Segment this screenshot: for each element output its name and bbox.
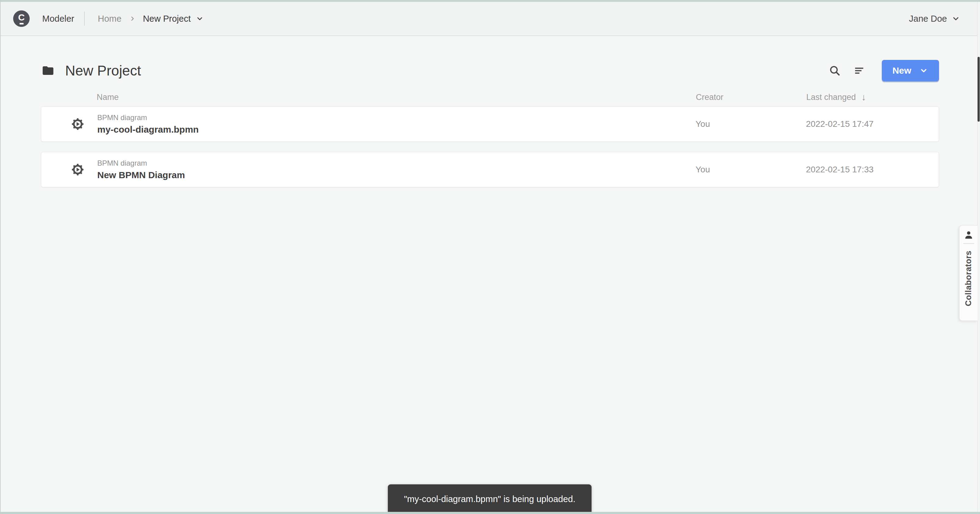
creator-cell: You <box>695 119 806 129</box>
logo-letter: C <box>18 13 25 22</box>
logo-underscore-bar <box>19 23 24 24</box>
window-left-edge <box>0 0 1 514</box>
file-name-cell: BPMN diagram my-cool-diagram.bpmn <box>97 114 695 134</box>
file-type-label: BPMN diagram <box>97 114 695 121</box>
bpmn-diagram-icon <box>71 117 84 131</box>
file-list-header: Name Creator Last changed ↓ <box>41 88 939 106</box>
collaborators-tab[interactable]: Collaborators <box>959 225 978 321</box>
breadcrumb-current-label: New Project <box>143 14 191 24</box>
chevron-down-icon <box>919 66 928 75</box>
table-row[interactable]: BPMN diagram my-cool-diagram.bpmn You 20… <box>41 106 939 142</box>
column-header-last-changed-label: Last changed <box>806 93 856 102</box>
user-menu[interactable]: Jane Doe <box>909 14 961 24</box>
folder-icon <box>41 64 55 77</box>
last-changed-cell: 2022-02-15 17:47 <box>806 119 939 129</box>
search-icon[interactable] <box>827 63 842 78</box>
file-type-label: BPMN diagram <box>97 160 695 167</box>
breadcrumb-home-link[interactable]: Home <box>98 14 121 24</box>
header-actions: New <box>827 60 939 81</box>
top-navigation-bar: C Modeler Home New Project Jane Doe <box>0 2 980 36</box>
new-button-label: New <box>892 65 912 76</box>
chevron-down-icon <box>951 14 961 23</box>
scrollbar-thumb[interactable] <box>978 57 980 122</box>
creator-cell: You <box>695 165 806 175</box>
user-name: Jane Doe <box>909 14 947 24</box>
window-top-strip <box>0 0 980 2</box>
person-icon <box>963 230 974 241</box>
chevron-right-icon <box>129 15 136 22</box>
page-title: New Project <box>65 62 141 79</box>
table-row[interactable]: BPMN diagram New BPMN Diagram You 2022-0… <box>41 152 939 187</box>
file-name-cell: BPMN diagram New BPMN Diagram <box>97 160 695 180</box>
column-header-creator[interactable]: Creator <box>696 93 806 102</box>
page-header: New Project New <box>41 60 939 81</box>
sort-descending-arrow-icon: ↓ <box>861 92 866 102</box>
breadcrumb: Home New Project <box>85 14 204 24</box>
camunda-logo-icon[interactable]: C <box>13 10 30 27</box>
window-bottom-strip <box>0 512 980 514</box>
app-name: Modeler <box>42 14 74 24</box>
upload-toast-message: "my-cool-diagram.bpmn" is being uploaded… <box>404 494 576 504</box>
last-changed-cell: 2022-02-15 17:33 <box>806 165 939 175</box>
sort-icon[interactable] <box>852 63 867 78</box>
new-button[interactable]: New <box>882 60 939 81</box>
upload-toast: "my-cool-diagram.bpmn" is being uploaded… <box>388 484 592 514</box>
breadcrumb-current-project[interactable]: New Project <box>143 14 204 24</box>
column-header-name[interactable]: Name <box>41 93 696 102</box>
chevron-down-icon <box>196 14 204 23</box>
file-name: New BPMN Diagram <box>97 171 695 180</box>
scrollbar-track[interactable] <box>977 2 980 512</box>
column-header-last-changed[interactable]: Last changed ↓ <box>806 92 939 102</box>
bpmn-diagram-icon <box>71 163 84 176</box>
collaborators-tab-label: Collaborators <box>964 251 973 306</box>
collaborators-tab-divider <box>963 243 974 244</box>
project-view: New Project New Name Creator <box>41 36 939 197</box>
file-name: my-cool-diagram.bpmn <box>97 125 695 134</box>
